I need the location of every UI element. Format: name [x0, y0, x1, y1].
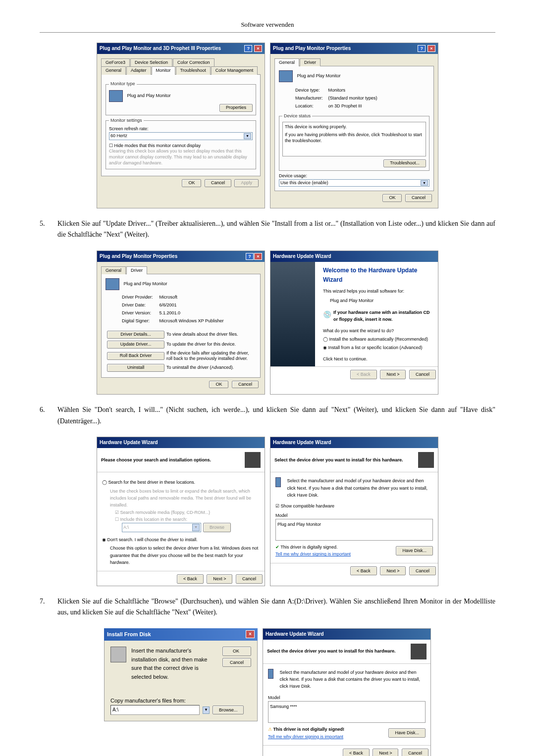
model-item[interactable]: Plug and Play Monitor [277, 522, 321, 527]
close-icon[interactable]: × [246, 630, 255, 638]
next-button[interactable]: Next > [380, 370, 406, 379]
tab-color-management[interactable]: Color Management [211, 66, 258, 75]
warning-icon: ⚠ [268, 727, 272, 732]
driver-date-value: 6/6/2001 [159, 302, 224, 309]
radio-install-list[interactable]: ◉ Install from a list or specific locati… [323, 344, 434, 351]
tab-geforce3[interactable]: GeForce3 [101, 58, 130, 67]
manufacturer-value: (Standard monitor types) [328, 95, 378, 102]
next-button[interactable]: Next > [373, 749, 398, 756]
signing-link[interactable]: Tell me why driver signing is important [268, 734, 343, 739]
select-desc: Select the manufacturer and model of you… [287, 477, 433, 499]
chevron-down-icon[interactable]: ▼ [244, 133, 251, 139]
monitor-icon [279, 70, 293, 82]
cancel-button[interactable]: Cancel [409, 370, 436, 379]
signing-link[interactable]: Tell me why driver signing is important [275, 552, 351, 556]
cancel-button[interactable]: Cancel [222, 658, 251, 667]
step-number: 6. [40, 404, 49, 427]
titlebar[interactable]: Plug and Play Monitor Properties ? × [270, 43, 438, 54]
back-button[interactable]: < Back [350, 566, 377, 575]
titlebar[interactable]: Plug and Play Monitor Properties ?× [97, 251, 265, 262]
radio-search-best[interactable]: ◯ Search for the best driver in these lo… [102, 479, 260, 486]
cancel-button[interactable]: Cancel [409, 566, 436, 575]
radio-install-auto[interactable]: ◯ Install the software automatically (Re… [323, 336, 434, 343]
rollback-driver-button[interactable]: Roll Back Driver [107, 352, 164, 360]
browse-button[interactable]: Browse... [213, 706, 244, 714]
title-text: Plug and Play Monitor Properties [273, 45, 351, 52]
model-label: Model [275, 512, 433, 519]
monitor-type-group: Monitor type Plug and Play Monitor Prope… [106, 81, 256, 115]
model-item[interactable]: Samsung **** [270, 704, 297, 709]
troubleshoot-button[interactable]: Troubleshoot... [383, 159, 426, 167]
wizard-banner: Please choose your search and installati… [101, 456, 211, 463]
next-button[interactable]: Next > [380, 566, 406, 575]
help-icon[interactable]: ? [244, 45, 252, 52]
tab-adapter[interactable]: Adapter [126, 66, 151, 75]
tab-troubleshoot[interactable]: Troubleshoot [176, 66, 211, 75]
step-text: Wählen Sie "Don't search, I will..." (Ni… [57, 404, 495, 427]
rollback-driver-desc: If the device fails after updating the d… [166, 350, 255, 362]
install-message: Insert the manufacturer's installation d… [131, 647, 217, 681]
uninstall-desc: To uninstall the driver (Advanced). [166, 363, 255, 372]
device-usage-dropdown[interactable]: Use this device (enable) ▼ [279, 179, 429, 187]
apply-button: Apply [234, 179, 259, 187]
provider-value: Microsoft [159, 294, 224, 301]
radio-install-list-label: Install from a list or specific location… [328, 345, 423, 350]
titlebar[interactable]: Plug and Play Monitor and 3D Prophet III… [97, 43, 265, 54]
chevron-down-icon[interactable]: ▼ [421, 180, 428, 186]
refresh-rate-dropdown[interactable]: 60 Hertz ▼ [109, 132, 253, 140]
next-button[interactable]: Next > [207, 574, 232, 583]
model-listbox[interactable]: Samsung **** [268, 701, 426, 723]
driver-date-label: Driver Date: [121, 302, 158, 309]
driver-details-button[interactable]: Driver Details... [107, 331, 164, 339]
tab-general[interactable]: General [101, 266, 126, 275]
have-disk-button[interactable]: Have Disk... [388, 728, 426, 737]
titlebar[interactable]: Install From Disk × [104, 628, 258, 641]
dialog-pnp-monitor-driver: Plug and Play Monitor Properties ?× Gene… [97, 251, 265, 395]
have-disk-button[interactable]: Have Disk... [396, 546, 433, 555]
update-driver-button[interactable]: Update Driver... [107, 341, 164, 349]
hide-modes-checkbox[interactable]: Hide modes that this monitor cannot disp… [109, 143, 253, 149]
step-6: 6. Wählen Sie "Don't search, I will..." … [40, 404, 495, 427]
step-number: 7. [40, 596, 49, 618]
chevron-down-icon[interactable]: ▼ [203, 706, 210, 714]
titlebar[interactable]: Hardware Update Wizard [270, 251, 438, 262]
tab-driver[interactable]: Driver [126, 266, 147, 275]
tab-device-selection[interactable]: Device Selection [130, 58, 172, 67]
radio-dont-search[interactable]: ◉ Don't search. I will choose the driver… [102, 536, 260, 543]
model-listbox[interactable]: Plug and Play Monitor [275, 519, 433, 541]
cancel-button[interactable]: Cancel [405, 194, 432, 202]
close-icon[interactable]: × [428, 45, 435, 52]
show-compatible-checkbox[interactable]: Show compatible hardware [275, 503, 433, 509]
cancel-button[interactable]: Cancel [205, 179, 231, 187]
tab-driver[interactable]: Driver [300, 58, 321, 67]
tab-general[interactable]: General [101, 66, 126, 75]
close-icon[interactable]: × [254, 253, 262, 260]
dialog-hw-wizard-samsung: Hardware Update Wizard Select the device… [263, 628, 431, 756]
uninstall-button[interactable]: Uninstall [107, 364, 164, 372]
shield-icon: ✔ [275, 545, 279, 550]
ok-button[interactable]: OK [209, 381, 228, 389]
help-icon[interactable]: ? [418, 45, 426, 52]
path-input[interactable]: A:\ [110, 705, 200, 715]
back-button[interactable]: < Back [343, 749, 370, 756]
title-text: Hardware Update Wizard [273, 439, 331, 447]
properties-button[interactable]: Properties [219, 104, 253, 112]
ok-button[interactable]: OK [382, 194, 402, 202]
close-icon[interactable]: × [254, 45, 262, 52]
help-icon[interactable]: ? [246, 253, 254, 260]
tab-general[interactable]: General [274, 58, 299, 67]
device-status-group: Device status This device is working pro… [279, 113, 429, 171]
tab-color-correction[interactable]: Color Correction [173, 58, 214, 67]
back-button[interactable]: < Back [177, 574, 204, 583]
ok-button[interactable]: OK [182, 179, 201, 187]
step-7: 7. Klicken Sie auf die Schaltfläche "Bro… [40, 596, 495, 618]
ok-button[interactable]: OK [222, 647, 251, 655]
title-text: Hardware Update Wizard [266, 630, 324, 638]
monitor-settings-legend: Monitor settings [109, 118, 144, 124]
cancel-button[interactable]: Cancel [236, 574, 263, 583]
tab-monitor[interactable]: Monitor [152, 66, 175, 75]
wizard-what-text: What do you want the wizard to do? [323, 327, 434, 334]
monitor-type-text: Plug and Play Monitor [127, 93, 171, 98]
cancel-button[interactable]: Cancel [402, 749, 428, 756]
cancel-button[interactable]: Cancel [232, 381, 259, 389]
